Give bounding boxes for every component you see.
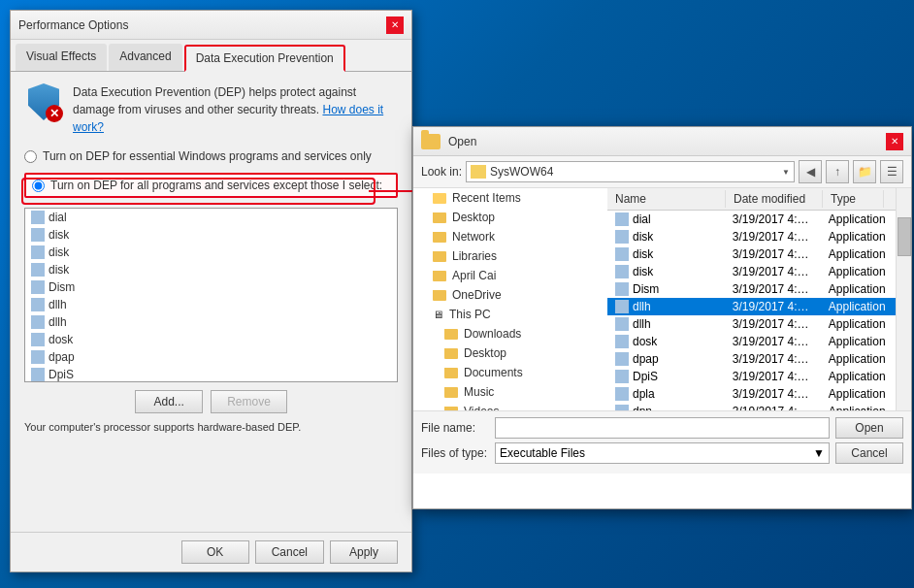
folder-icon <box>444 407 458 411</box>
list-item[interactable]: dial <box>25 209 397 226</box>
new-folder-button[interactable]: 📁 <box>853 160 876 183</box>
view-button[interactable]: ☰ <box>880 160 903 183</box>
radio-essential-input[interactable] <box>24 150 37 163</box>
file-icon <box>615 282 629 296</box>
folder-icon <box>433 271 446 281</box>
file-row[interactable]: dllh 3/19/2017 4:58 AM Application <box>607 315 896 333</box>
scrollbar[interactable] <box>896 188 911 410</box>
file-icon <box>615 387 629 401</box>
programs-list-box[interactable]: dial disk disk disk Dism dllh dllh dosk … <box>24 208 398 382</box>
performance-options-dialog: Performance Options ✕ Visual Effects Adv… <box>10 10 412 572</box>
list-item[interactable]: dllh <box>25 313 397 331</box>
dep-shield-icon: ✕ <box>24 83 63 122</box>
col-type[interactable]: Type <box>823 190 884 208</box>
list-item[interactable]: dpap <box>25 348 397 366</box>
tab-visual-effects[interactable]: Visual Effects <box>16 44 107 71</box>
open-dialog-titlebar: Open ✕ <box>413 127 911 156</box>
file-row[interactable]: disk 3/19/2017 4:58 AM Application <box>607 263 896 280</box>
file-row[interactable]: disk 3/19/2017 4:58 AM Application <box>607 245 896 263</box>
file-row[interactable]: dosk 3/19/2017 4:58 AM Application <box>607 333 896 350</box>
file-row[interactable]: dial 3/19/2017 4:58 AM Application <box>607 211 896 228</box>
filetype-arrow-icon: ▼ <box>813 446 825 460</box>
add-button[interactable]: Add... <box>135 390 203 413</box>
lookin-dropdown[interactable]: SysWOW64 ▼ <box>466 161 795 182</box>
open-dialog-close-button[interactable]: ✕ <box>886 133 903 150</box>
open-button[interactable]: Open <box>835 417 903 439</box>
filetype-value: Executable Files <box>500 446 585 460</box>
apply-button[interactable]: Apply <box>330 540 398 564</box>
lookin-current-folder: SysWOW64 <box>490 165 778 179</box>
tree-item-onedrive[interactable]: OneDrive <box>413 285 607 305</box>
lookin-dropdown-arrow-icon: ▼ <box>782 168 790 177</box>
program-icon <box>31 368 45 381</box>
file-row[interactable]: dpap 3/19/2017 4:58 AM Application <box>607 350 896 368</box>
tree-item-desktop2[interactable]: Desktop <box>413 343 607 363</box>
file-icon <box>615 230 629 244</box>
tree-item-libraries[interactable]: Libraries <box>413 246 607 266</box>
folder-icon <box>444 329 458 340</box>
ok-button[interactable]: OK <box>181 540 249 564</box>
filename-row: File name: Open <box>421 417 903 439</box>
tree-item-desktop[interactable]: Desktop <box>413 208 607 227</box>
tab-dep[interactable]: Data Execution Prevention <box>184 45 345 72</box>
cancel-open-button[interactable]: Cancel <box>835 442 903 464</box>
tree-item-aprilcai[interactable]: April Cai <box>413 266 607 285</box>
perf-dialog-close-button[interactable]: ✕ <box>386 16 404 34</box>
open-file-dialog: Open ✕ Look in: SysWOW64 ▼ ◀ ↑ 📁 ☰ Recen… <box>412 126 912 509</box>
filetype-dropdown[interactable]: Executable Files ▼ <box>495 442 830 464</box>
tree-item-thispc[interactable]: 🖥 This PC <box>413 305 607 324</box>
file-icon <box>615 247 629 261</box>
tree-item-recent[interactable]: Recent Items <box>413 188 607 208</box>
file-list-area: Recent Items Desktop Network Libraries A… <box>413 188 911 411</box>
filename-input[interactable] <box>495 417 830 439</box>
open-toolbar: Look in: SysWOW64 ▼ ◀ ↑ 📁 ☰ <box>413 156 911 188</box>
pc-icon: 🖥 <box>433 309 443 320</box>
program-icon <box>31 211 45 224</box>
folder-icon <box>433 290 446 301</box>
radio-all-label: Turn on DEP for all programs and service… <box>50 179 382 192</box>
program-icon <box>31 263 45 277</box>
list-item[interactable]: disk <box>25 226 397 244</box>
file-row[interactable]: dpn 3/19/2017 4:58 AM Application <box>607 403 896 410</box>
radio-dep-all[interactable]: Turn on DEP for all programs and service… <box>24 173 398 198</box>
list-item[interactable]: disk <box>25 261 397 278</box>
list-item[interactable]: dosk <box>25 331 397 348</box>
list-item[interactable]: Dism <box>25 278 397 296</box>
remove-button[interactable]: Remove <box>211 390 287 413</box>
hardware-dep-note: Your computer's processor supports hardw… <box>24 421 398 433</box>
scroll-thumb[interactable] <box>898 217 911 256</box>
folder-icon <box>433 212 446 223</box>
cancel-button[interactable]: Cancel <box>255 540 324 564</box>
tree-item-network[interactable]: Network <box>413 227 607 246</box>
list-item[interactable]: DpiS <box>25 366 397 382</box>
file-icon <box>615 370 629 383</box>
radio-dep-essential[interactable]: Turn on DEP for essential Windows progra… <box>24 149 398 163</box>
open-dialog-title-left: Open <box>421 134 476 149</box>
tree-item-videos[interactable]: Videos <box>413 402 607 410</box>
radio-all-input[interactable] <box>32 180 45 192</box>
folder-icon <box>433 251 446 262</box>
perf-dialog-footer: OK Cancel Apply <box>11 532 411 572</box>
col-name[interactable]: Name <box>607 190 726 208</box>
add-remove-row: Add... Remove <box>24 390 398 413</box>
file-icon <box>615 352 629 366</box>
perf-dialog-title: Performance Options <box>18 18 128 32</box>
tree-item-music[interactable]: Music <box>413 382 607 402</box>
file-row-selected[interactable]: dllh 3/19/2017 4:58 AM Application <box>607 298 896 315</box>
tree-item-documents[interactable]: Documents <box>413 363 607 382</box>
tab-advanced[interactable]: Advanced <box>109 44 181 71</box>
file-icon <box>615 405 629 410</box>
up-button[interactable]: ↑ <box>826 160 849 183</box>
file-row[interactable]: DpiS 3/19/2017 4:58 AM Application <box>607 368 896 385</box>
back-button[interactable]: ◀ <box>799 160 822 183</box>
file-icon <box>615 317 629 331</box>
col-date[interactable]: Date modified <box>726 190 823 208</box>
file-row[interactable]: disk 3/19/2017 4:58 AM Application <box>607 228 896 245</box>
tree-item-downloads[interactable]: Downloads <box>413 324 607 343</box>
list-item[interactable]: dllh <box>25 296 397 313</box>
list-item[interactable]: disk <box>25 244 397 261</box>
lookin-folder-icon <box>471 165 486 179</box>
perf-dialog-content: ✕ Data Execution Prevention (DEP) helps … <box>11 72 411 452</box>
file-row[interactable]: Dism 3/19/2017 4:58 AM Application <box>607 280 896 298</box>
file-row[interactable]: dpla 3/19/2017 4:58 AM Application <box>607 385 896 403</box>
